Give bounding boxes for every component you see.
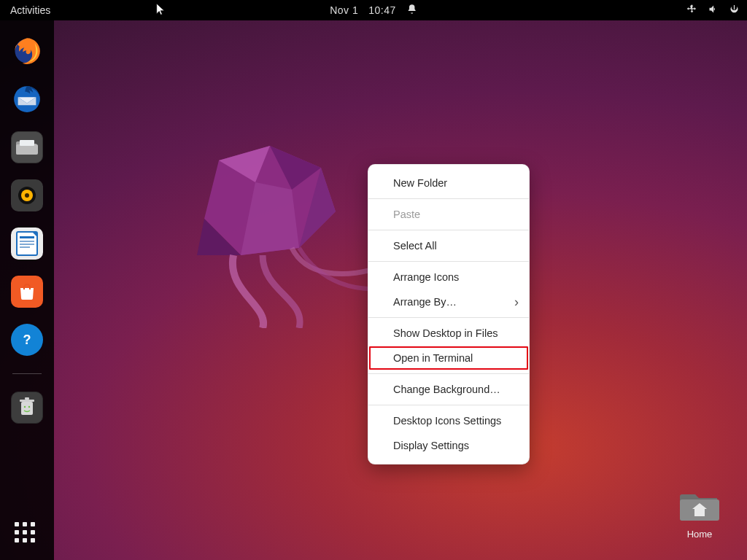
svg-rect-9 [20,241,34,242]
menu-separator [368,261,529,262]
svg-point-16 [24,406,26,408]
dock-separator [12,373,42,374]
menu-select-all[interactable]: Select All [368,233,529,258]
menu-separator [368,198,529,199]
volume-icon[interactable] [708,4,719,17]
files-icon [16,139,38,156]
svg-rect-8 [20,236,34,238]
desktop-context-menu: New Folder Paste Select All Arrange Icon… [368,164,530,464]
dock-item-libreoffice-writer[interactable] [11,228,43,260]
svg-point-17 [28,406,30,408]
svg-rect-10 [20,244,34,245]
dock: ? [0,20,54,560]
dock-item-files[interactable] [11,131,43,163]
dock-item-rhythmbox[interactable] [11,179,43,211]
desktop-icon-label: Home [673,529,727,540]
firefox-icon [11,35,43,67]
menu-display-settings[interactable]: Display Settings [368,433,529,458]
dock-item-help[interactable]: ? [11,324,43,356]
menu-change-background[interactable]: Change Background… [368,377,529,402]
help-icon: ? [18,331,36,349]
menu-separator [368,317,529,318]
menu-arrange-icons[interactable]: Arrange Icons [368,265,529,289]
top-bar: Activities Nov 1 10:47 [0,0,747,20]
menu-show-desktop-in-files[interactable]: Show Desktop in Files [368,321,529,346]
home-folder-icon [680,489,719,522]
writer-icon [16,231,38,256]
thunderbird-icon [11,83,43,115]
desktop-icon-home[interactable]: Home [673,489,727,540]
trash-icon [18,397,36,418]
show-applications-button[interactable] [15,522,39,547]
clock-date[interactable]: Nov 1 [330,4,358,16]
mouse-cursor-icon [156,3,166,18]
menu-desktop-icons-settings[interactable]: Desktop Icons Settings [368,408,529,433]
dock-item-firefox[interactable] [11,35,43,67]
dock-item-thunderbird[interactable] [11,83,43,115]
svg-rect-13 [21,402,33,415]
dock-item-ubuntu-software[interactable] [11,276,43,308]
menu-arrange-by[interactable]: Arrange By… [368,289,529,314]
clock-time[interactable]: 10:47 [368,4,396,16]
menu-separator [368,230,529,230]
speaker-icon [17,185,37,206]
wallpaper-jellyfish [153,139,387,328]
svg-rect-3 [20,140,34,146]
svg-rect-15 [25,397,29,400]
activities-button[interactable]: Activities [0,4,61,16]
svg-rect-11 [20,246,30,248]
system-status-area[interactable] [686,4,740,17]
svg-rect-14 [20,400,34,402]
menu-open-in-terminal[interactable]: Open in Terminal [368,346,529,370]
menu-separator [368,405,529,405]
menu-new-folder[interactable]: New Folder [368,171,529,195]
notification-bell-icon[interactable] [406,4,417,17]
menu-paste: Paste [368,202,529,227]
dock-item-trash[interactable] [11,392,43,424]
svg-rect-2 [16,144,38,155]
svg-text:?: ? [23,332,31,347]
power-icon[interactable] [729,4,740,17]
shopping-bag-icon [18,282,36,301]
svg-point-6 [25,193,29,198]
topbar-center: Nov 1 10:47 [330,4,417,17]
menu-separator [368,373,529,374]
network-icon[interactable] [686,4,697,17]
